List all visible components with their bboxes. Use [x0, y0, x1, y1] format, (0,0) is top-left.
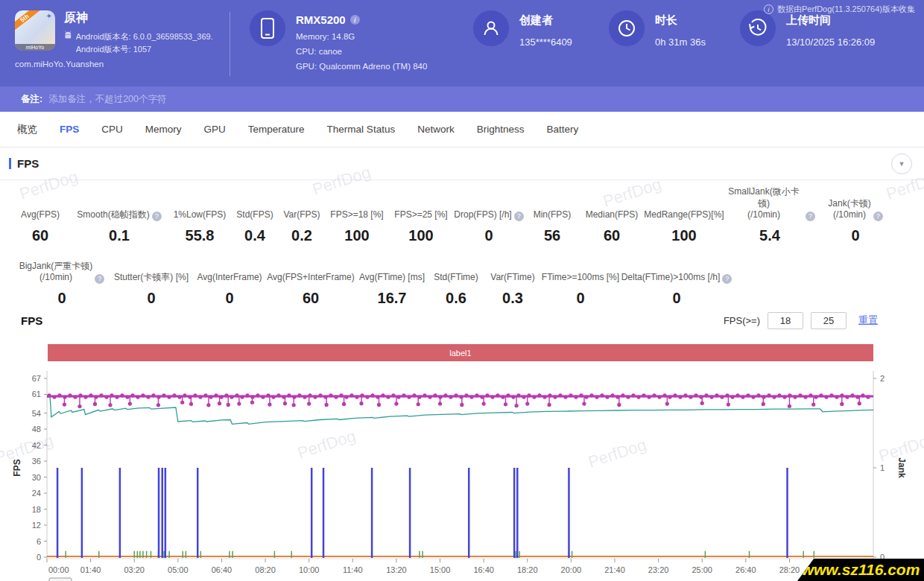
stat-stats1-4: Var(FPS)0.2	[279, 199, 325, 244]
help-icon[interactable]: ?	[514, 212, 524, 221]
reset-link[interactable]: 重置	[858, 314, 878, 327]
series-jank	[57, 468, 787, 558]
help-icon[interactable]: ?	[873, 212, 883, 221]
stat-label: Smooth(稳帧指数)?	[70, 199, 168, 221]
svg-text:67: 67	[32, 374, 41, 383]
svg-text:20:00: 20:00	[561, 565, 582, 574]
svg-text:FPS: FPS	[12, 459, 22, 476]
stat-stats1-1: Smooth(稳帧指数)?0.1	[70, 199, 168, 244]
svg-text:0: 0	[37, 553, 41, 562]
stat-label: Var(FPS)	[279, 199, 325, 221]
svg-text:16:40: 16:40	[473, 565, 494, 574]
stat-value: 56	[525, 227, 580, 244]
stat-label: FPS>=18 [%]	[325, 199, 389, 221]
stat-label: Delta(FTime)>100ms [/h]?	[620, 261, 733, 284]
collect-note: i 数据由PerfDog(11.3.250764)版本收集	[764, 4, 915, 15]
stat-stats1-5: FPS>=18 [%]100	[325, 199, 389, 244]
fps-threshold-input-2[interactable]	[811, 312, 847, 329]
stat-stats1-8: Min(FPS)56	[525, 199, 580, 244]
stat-value: 60	[10, 227, 70, 244]
stat-stats2-6: Var(FTime)0.3	[484, 261, 541, 307]
package-name: com.miHoYo.Yuanshen	[15, 60, 213, 69]
device-cpu: CPU: canoe	[296, 44, 427, 59]
stat-value: 0.6	[428, 290, 484, 307]
help-icon[interactable]: ?	[95, 274, 104, 284]
device-model: RMX5200	[296, 13, 346, 26]
tab-battery[interactable]: Battery	[535, 124, 589, 135]
svg-text:05:00: 05:00	[168, 565, 189, 574]
label-band: label1	[48, 344, 873, 361]
svg-text:6: 6	[37, 537, 41, 546]
series-fps-trend	[47, 397, 873, 424]
stats-row-1: Avg(FPS)60Smooth(稳帧指数)?0.11%Low(FPS)55.8…	[0, 180, 924, 244]
tab-fps[interactable]: FPS	[48, 124, 90, 135]
svg-text:10:00: 10:00	[299, 565, 320, 574]
chart-controls: FPS FPS(>=) 重置	[0, 307, 924, 334]
perfdog-report-page: i 数据由PerfDog(11.3.250764)版本收集 5th ✦ miHo…	[0, 0, 924, 581]
accent-bar	[9, 158, 11, 169]
svg-text:00:00: 00:00	[48, 565, 69, 574]
stat-stats2-4: Avg(FTime) [ms]16.7	[356, 261, 428, 307]
stat-stats1-12: Jank(卡顿) (/10min)?0	[815, 198, 896, 244]
notes-placeholder: 添加备注，不超过200个字符	[48, 93, 166, 106]
stat-stats1-6: FPS>=25 [%]100	[389, 199, 453, 244]
stat-value: 16.7	[356, 290, 428, 307]
stat-label: Var(FTime)	[484, 261, 541, 284]
stat-label: Std(FPS)	[231, 199, 279, 221]
stat-value: 0	[620, 290, 733, 307]
upload-time-label: 上传时间	[786, 13, 875, 28]
duration-value: 0h 31m 36s	[655, 36, 706, 48]
creator-label: 创建者	[519, 13, 572, 28]
help-icon[interactable]: ?	[152, 212, 162, 221]
header-divider	[230, 12, 230, 76]
history-clock-icon	[740, 10, 776, 46]
user-icon	[473, 10, 509, 46]
phone-icon	[250, 10, 285, 46]
svg-text:24: 24	[32, 489, 41, 498]
tab-概览[interactable]: 概览	[6, 123, 48, 136]
stat-stats1-11: SmallJank(微小卡顿) (/10min)?5.4	[724, 186, 815, 244]
notes-bar[interactable]: 备注: 添加备注，不超过200个字符	[0, 86, 924, 112]
app-title: 原神	[64, 10, 213, 26]
android-version-name: Android版本名: 6.0.0_36598533_369...	[76, 31, 213, 43]
stat-value: 0.4	[231, 227, 279, 244]
help-icon[interactable]: ?	[722, 274, 732, 284]
duration-block: 时长 0h 31m 36s	[609, 10, 740, 48]
svg-text:03:20: 03:20	[124, 565, 145, 574]
stat-stats2-5: Std(FTime)0.6	[428, 261, 484, 307]
stat-label: 1%Low(FPS)	[168, 199, 231, 221]
fps-chart-area: 061218243036424854616701200:0001:4003:20…	[0, 334, 924, 581]
svg-text:25:00: 25:00	[692, 565, 712, 574]
device-info-icon[interactable]: i	[350, 15, 360, 25]
stat-value: 0	[815, 227, 896, 244]
clock-icon	[609, 10, 645, 46]
app-icon: 5th ✦ miHoYo	[15, 10, 55, 51]
tab-cpu[interactable]: CPU	[90, 124, 134, 135]
stat-label: Avg(FPS)	[10, 199, 70, 221]
svg-text:11:40: 11:40	[343, 565, 363, 574]
svg-text:42: 42	[32, 441, 41, 450]
upload-block: 上传时间 13/10/2025 16:26:09	[740, 10, 915, 48]
tab-network[interactable]: Network	[406, 124, 466, 135]
tab-brightness[interactable]: Brightness	[466, 124, 536, 135]
stat-value: 100	[389, 227, 453, 244]
stat-stats2-7: FTime>=100ms [%]0	[541, 261, 620, 307]
help-icon[interactable]: ?	[806, 212, 815, 221]
tab-thermal-status[interactable]: Thermal Status	[316, 124, 407, 135]
tab-memory[interactable]: Memory	[134, 124, 193, 135]
stat-value: 55.8	[168, 227, 231, 244]
stat-label: Avg(FTime) [ms]	[356, 261, 428, 284]
stat-stats1-3: Std(FPS)0.4	[231, 199, 279, 244]
app-info: 原神 Android版本名: 6.0.0_36598533_369... And…	[64, 10, 213, 69]
chart-title: FPS	[21, 314, 42, 327]
creator-value: 135****6409	[519, 36, 572, 48]
tab-temperature[interactable]: Temperature	[237, 124, 316, 135]
tab-gpu[interactable]: GPU	[193, 124, 237, 135]
label-band-text: label1	[449, 349, 471, 358]
collapse-button[interactable]: ▼	[891, 153, 912, 174]
fps-threshold-input-1[interactable]	[768, 312, 803, 329]
svg-text:21:40: 21:40	[604, 565, 625, 574]
fps-chart-svg: 061218243036424854616701200:0001:4003:20…	[0, 334, 924, 581]
fps-threshold-label: FPS(>=)	[724, 315, 760, 326]
stat-value: 0	[109, 290, 194, 307]
